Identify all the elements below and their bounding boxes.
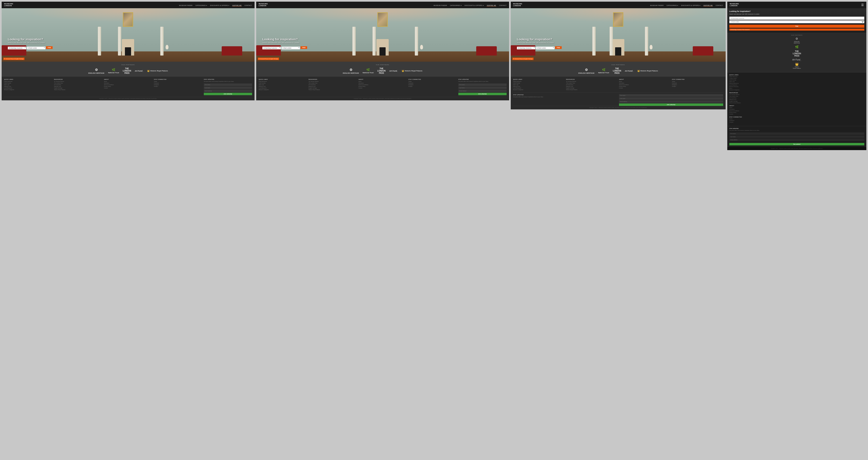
footer-firstname-2[interactable] bbox=[458, 84, 507, 86]
nav-item-discounts[interactable]: DISCOUNTS & OFFERS ▾ bbox=[210, 3, 229, 7]
location-select-3[interactable]: in East London bbox=[536, 47, 555, 49]
link-english-heritage[interactable]: English Heritage bbox=[54, 87, 102, 89]
link-twitter[interactable]: Twitter bbox=[154, 81, 202, 82]
nav-item-discounts-3[interactable]: DISCOUNTS & OFFERS ▾ bbox=[681, 3, 701, 7]
find-button-1[interactable]: Find bbox=[46, 46, 53, 49]
find-button-3[interactable]: Find bbox=[555, 46, 562, 49]
hamburger-icon-4[interactable]: ☰ bbox=[861, 3, 864, 7]
partner-historic-royal-4[interactable]: 👑 HistoricRoyal Palaces bbox=[729, 62, 864, 69]
narrow-search-input-4[interactable] bbox=[729, 17, 864, 20]
partner-london-pass-3[interactable]: THELONDONPASS bbox=[613, 67, 621, 74]
hero-column-3 bbox=[160, 27, 163, 56]
partner-english-heritage-3[interactable]: ENGLISH HERITAGE bbox=[578, 68, 594, 74]
link-local-museums[interactable]: Local Museums bbox=[4, 87, 52, 89]
location-select-2[interactable]: in East London bbox=[281, 47, 300, 49]
category-select-3[interactable]: Archaeology museums bbox=[517, 47, 535, 49]
nav-item-museum-finder-3[interactable]: MUSEUM FINDER bbox=[650, 3, 664, 7]
footer-firstname-3[interactable] bbox=[619, 94, 723, 97]
partner-london-pass-4[interactable]: THELONDONPASS bbox=[729, 50, 864, 57]
link-historic-royal[interactable]: Historic Royal Palaces bbox=[54, 89, 102, 90]
partner-national-trust-2[interactable]: National Trust bbox=[363, 68, 373, 74]
partners-logos-3: ENGLISH HERITAGE National Trust THELONDO… bbox=[513, 67, 723, 74]
nav-item-inspire[interactable]: INSPIRE ME bbox=[232, 3, 242, 7]
partner-english-heritage-1[interactable]: ENGLISH HERITAGE bbox=[88, 68, 104, 74]
partner-historic-royal-3[interactable]: Historic Royal Palaces bbox=[637, 70, 658, 72]
find-button-2[interactable]: Find bbox=[301, 46, 307, 49]
hero-painting-1 bbox=[123, 12, 133, 27]
nav-menu-3: MUSEUM FINDER CATEGORIES ▾ DISCOUNTS & O… bbox=[650, 3, 723, 7]
nav-item-inspire-2[interactable]: INSPIRE ME bbox=[487, 3, 496, 7]
link-museum-categories[interactable]: Museum Categories bbox=[4, 89, 52, 90]
nav-item-categories[interactable]: CATEGORIES ▾ bbox=[195, 3, 207, 7]
footer-lastname-3[interactable] bbox=[619, 97, 723, 100]
partner-historic-royal-2[interactable]: Historic Royal Palaces bbox=[402, 70, 423, 72]
partner-london-pass-1[interactable]: THELONDONPASS bbox=[123, 67, 131, 74]
footer-lastname-2[interactable] bbox=[458, 87, 507, 89]
category-select-1[interactable]: Archaeology museums bbox=[8, 47, 26, 49]
link-london-pass[interactable]: The London Pass bbox=[54, 83, 102, 84]
partner-english-heritage-4[interactable]: ⚙ ENGLISH HERITAGE bbox=[729, 37, 864, 44]
link-free-museums[interactable]: FREE Museums bbox=[4, 81, 52, 82]
narrow-search-row-4: in East London bbox=[729, 20, 864, 23]
nav-item-museum-finder-2[interactable]: MUSEUM FINDER bbox=[433, 3, 447, 7]
partner-national-trust-1[interactable]: National Trust bbox=[108, 68, 119, 74]
nav-item-museum-finder[interactable]: MUSEUM FINDER bbox=[179, 3, 193, 7]
nav-item-inspire-3[interactable]: INSPIRE ME bbox=[704, 3, 713, 7]
footer-submit-3[interactable]: Stay updated bbox=[619, 104, 723, 106]
footer-lastname-1[interactable] bbox=[204, 87, 252, 89]
footer-submit-1[interactable]: Stay updated bbox=[204, 93, 252, 95]
link-national-trust[interactable]: National Trust bbox=[4, 86, 52, 87]
site-logo-3[interactable]: MUSEUMS LONDON bbox=[513, 3, 522, 7]
footer-firstname-1[interactable] bbox=[204, 84, 252, 86]
narrow-firstname-4[interactable] bbox=[729, 133, 864, 135]
narrow-find-btn-4[interactable]: Find bbox=[729, 25, 864, 28]
nav-item-categories-3[interactable]: CATEGORIES ▾ bbox=[666, 3, 678, 7]
partner-art-fund-1[interactable]: Art Fund_ bbox=[135, 70, 144, 72]
nav-item-contact[interactable]: CONTACT bbox=[245, 3, 252, 7]
link-national-trust-r[interactable]: National Trust bbox=[54, 86, 102, 87]
footer-about-list-1: About Volunteers Terms & Conditions Priv… bbox=[104, 81, 152, 89]
link-open-late[interactable]: Open Late bbox=[4, 84, 52, 85]
link-instagram[interactable]: Instagram bbox=[154, 84, 202, 85]
link-contact[interactable]: Contact bbox=[104, 87, 152, 89]
nav-item-contact-3[interactable]: CONTACT bbox=[716, 3, 723, 7]
footer-email-1[interactable] bbox=[204, 90, 252, 92]
footer-resources-1: RESOURCES TfL Journey Planner The London… bbox=[54, 79, 102, 95]
footer-copyright-3: Copyright © 2017 — Museums London contai… bbox=[513, 106, 723, 108]
partner-art-fund-3[interactable]: Art Fund_ bbox=[625, 70, 633, 72]
site-logo-4[interactable]: MUSEUMS LONDON bbox=[730, 3, 739, 7]
partner-historic-royal-1[interactable]: Historic Royal Palaces bbox=[147, 70, 168, 72]
link-child-friendly[interactable]: Child Friendly bbox=[4, 83, 52, 84]
narrow-submit-4[interactable]: Stay updated bbox=[729, 143, 864, 145]
link-art-fund[interactable]: Art Fund Pass bbox=[54, 84, 102, 85]
link-privacy[interactable]: Privacy Policy bbox=[104, 86, 152, 87]
partners-section-1: OUR PARTNERS ENGLISH HERITAGE National T… bbox=[2, 62, 254, 77]
hero-caption-1: Kenwood House & English Heritage bbox=[3, 58, 25, 60]
partner-english-heritage-2[interactable]: ENGLISH HERITAGE bbox=[343, 68, 359, 74]
footer-submit-2[interactable]: Stay updated bbox=[458, 93, 507, 95]
partner-london-pass-2[interactable]: THELONDONPASS bbox=[377, 67, 385, 74]
footer-email-3[interactable] bbox=[619, 100, 723, 103]
site-logo-2[interactable]: MUSEUMS LONDON bbox=[259, 3, 268, 7]
partner-national-trust-3[interactable]: National Trust bbox=[598, 68, 609, 74]
link-volunteers[interactable]: Volunteers bbox=[104, 83, 152, 84]
partner-art-fund-4[interactable]: Art Fund_ bbox=[729, 59, 864, 61]
partner-art-fund-2[interactable]: Art Fund_ bbox=[389, 70, 398, 72]
narrow-location-select-4[interactable]: in East London bbox=[729, 20, 864, 23]
location-select-1[interactable]: in East London bbox=[27, 47, 45, 49]
nav-item-categories-2[interactable]: CATEGORIES ▾ bbox=[450, 3, 462, 7]
hero-image-2 bbox=[256, 8, 509, 62]
link-tfl[interactable]: TfL Journey Planner bbox=[54, 81, 102, 82]
category-select-2[interactable]: Archaeology museums bbox=[262, 47, 281, 49]
partner-national-trust-4[interactable]: 🌿 bbox=[729, 45, 864, 49]
link-google[interactable]: Google+ bbox=[154, 86, 202, 87]
nav-item-contact-2[interactable]: CONTACT bbox=[499, 3, 507, 7]
nav-item-discounts-2[interactable]: DISCOUNTS & OFFERS ▾ bbox=[465, 3, 484, 7]
narrow-email-4[interactable] bbox=[729, 139, 864, 141]
link-terms[interactable]: Terms & Conditions bbox=[104, 84, 152, 85]
site-logo-1[interactable]: MUSEUMS LONDON bbox=[4, 3, 13, 7]
link-about[interactable]: About bbox=[104, 81, 152, 82]
narrow-lastname-4[interactable] bbox=[729, 136, 864, 138]
footer-email-2[interactable] bbox=[458, 90, 507, 92]
link-facebook[interactable]: Facebook bbox=[154, 83, 202, 84]
